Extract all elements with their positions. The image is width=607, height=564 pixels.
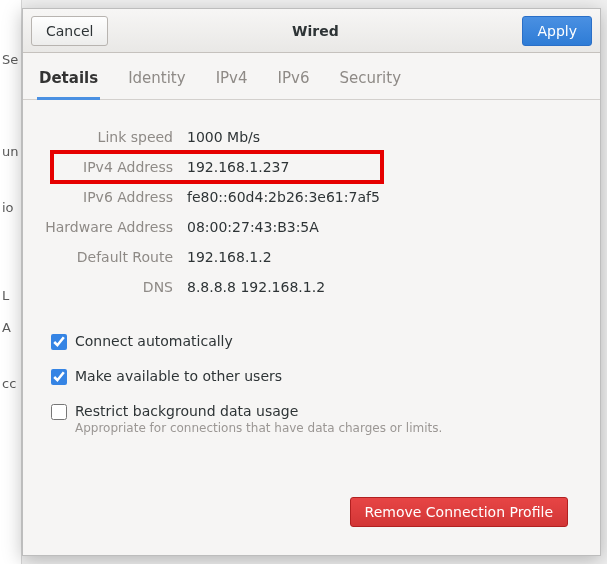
detail-label: Default Route: [41, 249, 173, 265]
detail-dns: DNS 8.8.8.8 192.168.1.2: [41, 272, 582, 302]
tab-ipv6[interactable]: IPv6: [276, 63, 312, 100]
remove-connection-button[interactable]: Remove Connection Profile: [350, 497, 568, 527]
detail-ipv4-address: IPv4 Address 192.168.1.237: [41, 152, 582, 182]
detail-value: 192.168.1.237: [187, 159, 289, 175]
option-restrict-background-data[interactable]: Restrict background data usage Appropria…: [51, 394, 582, 444]
options-list: Connect automatically Make available to …: [51, 324, 582, 444]
tab-security[interactable]: Security: [337, 63, 403, 100]
detail-ipv6-address: IPv6 Address fe80::60d4:2b26:3e61:7af5: [41, 182, 582, 212]
headerbar: Cancel Wired Apply: [23, 9, 600, 53]
detail-value: fe80::60d4:2b26:3e61:7af5: [187, 189, 380, 205]
tab-ipv4[interactable]: IPv4: [214, 63, 250, 100]
available-to-others-checkbox[interactable]: [51, 369, 67, 385]
tab-bar: Details Identity IPv4 IPv6 Security: [23, 53, 600, 100]
cancel-button[interactable]: Cancel: [31, 16, 108, 46]
details-panel: Link speed 1000 Mb/s IPv4 Address 192.16…: [23, 100, 600, 555]
detail-value: 1000 Mb/s: [187, 129, 260, 145]
restrict-background-data-checkbox[interactable]: [51, 404, 67, 420]
detail-value: 192.168.1.2: [187, 249, 272, 265]
detail-link-speed: Link speed 1000 Mb/s: [41, 122, 582, 152]
connection-dialog: Cancel Wired Apply Details Identity IPv4…: [22, 8, 601, 556]
option-connect-automatically[interactable]: Connect automatically: [51, 324, 582, 359]
checkbox-subtitle: Appropriate for connections that have da…: [75, 421, 442, 435]
checkbox-label: Connect automatically: [75, 333, 233, 349]
detail-label: Hardware Address: [41, 219, 173, 235]
tab-identity[interactable]: Identity: [126, 63, 188, 100]
dialog-footer: Remove Connection Profile: [41, 483, 582, 541]
checkbox-label: Make available to other users: [75, 368, 282, 384]
detail-label: Link speed: [41, 129, 173, 145]
dialog-title: Wired: [108, 23, 522, 39]
detail-default-route: Default Route 192.168.1.2: [41, 242, 582, 272]
detail-value: 08:00:27:43:B3:5A: [187, 219, 319, 235]
detail-hardware-address: Hardware Address 08:00:27:43:B3:5A: [41, 212, 582, 242]
detail-label: IPv6 Address: [41, 189, 173, 205]
detail-label: DNS: [41, 279, 173, 295]
detail-value: 8.8.8.8 192.168.1.2: [187, 279, 325, 295]
option-available-to-others[interactable]: Make available to other users: [51, 359, 582, 394]
tab-details[interactable]: Details: [37, 63, 100, 100]
connect-automatically-checkbox[interactable]: [51, 334, 67, 350]
checkbox-label: Restrict background data usage: [75, 403, 442, 419]
apply-button[interactable]: Apply: [522, 16, 592, 46]
detail-label: IPv4 Address: [41, 159, 173, 175]
background-sidebar: Se un io L A cc: [0, 0, 22, 564]
details-list: Link speed 1000 Mb/s IPv4 Address 192.16…: [41, 122, 582, 302]
